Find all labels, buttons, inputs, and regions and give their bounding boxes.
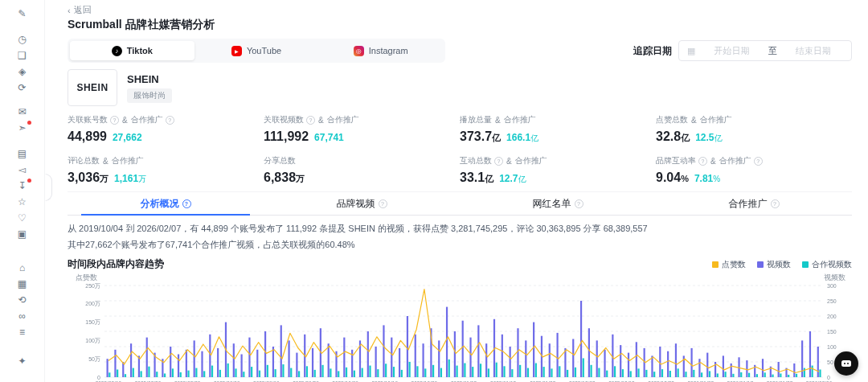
metric-label: 播放总量 bbox=[460, 114, 492, 125]
section-tab-label: 品牌视频 bbox=[337, 197, 375, 211]
chart-legend: 点赞数视频数合作视频数 bbox=[712, 259, 852, 270]
metric-card: 分享总数6,838万 bbox=[264, 155, 460, 185]
date-range-input[interactable]: ▦ 开始日期 至 结束日期 bbox=[678, 40, 852, 61]
svg-text:150: 150 bbox=[827, 328, 837, 334]
section-tab-label: 合作推广 bbox=[729, 197, 768, 211]
metric-value: 6,838 bbox=[264, 170, 296, 184]
brand-logo: SHEIN bbox=[68, 69, 117, 106]
legend-item[interactable]: 点赞数 bbox=[712, 259, 746, 270]
metric-label: 品牌互动率 bbox=[656, 155, 696, 166]
metric-card: 关联视频数?&合作推广111,99267,741 bbox=[264, 114, 460, 144]
sidebar-group: ✦ bbox=[12, 354, 33, 368]
legend-item[interactable]: 合作视频数 bbox=[802, 259, 852, 270]
metric-sublabel: 合作推广 bbox=[515, 155, 547, 166]
metric-card: 关联账号数?&合作推广?44,89927,662 bbox=[68, 114, 264, 144]
section-tab-influencer-list[interactable]: 网红名单? bbox=[460, 192, 656, 215]
image-icon[interactable]: ▦ bbox=[12, 277, 33, 291]
platform-tab-tiktok[interactable]: ♪Tiktok bbox=[70, 41, 194, 60]
date-filter-label: 追踪日期 bbox=[633, 44, 672, 58]
info-icon[interactable]: ? bbox=[575, 199, 583, 208]
metric-card: 点赞总数&合作推广32.8亿12.5亿 bbox=[656, 114, 852, 144]
svg-text:50: 50 bbox=[827, 359, 833, 364]
youtube-icon: ▶ bbox=[231, 46, 242, 56]
metric-coop-unit: % bbox=[713, 175, 720, 183]
download-icon[interactable]: ↧ bbox=[12, 179, 33, 193]
section-tab-label: 网红名单 bbox=[533, 197, 571, 211]
platform-tabs: ♪Tiktok▶YouTube◎Instagram bbox=[68, 39, 445, 63]
info-icon[interactable]: ? bbox=[182, 199, 191, 208]
main-content: ‹ 返回 Scrumball 品牌社媒营销分析 ♪Tiktok▶YouTube◎… bbox=[45, 0, 868, 382]
section-tab-brand-videos[interactable]: 品牌视频? bbox=[264, 192, 460, 215]
like-icon[interactable]: ♡ bbox=[12, 211, 33, 225]
section-tab-overview[interactable]: 分析概况? bbox=[68, 192, 264, 215]
analysis-summary: 从 2019/10/04 到 2026/02/07，有 44,899 个账号发布… bbox=[68, 216, 852, 255]
platform-tab-youtube[interactable]: ▶YouTube bbox=[194, 41, 319, 60]
page-title: Scrumball 品牌社媒营销分析 bbox=[68, 18, 852, 32]
info-icon[interactable]: ? bbox=[110, 116, 119, 125]
metric-card: 播放总量&合作推广373.7亿166.1亿 bbox=[460, 114, 656, 144]
legend-item[interactable]: 视频数 bbox=[757, 259, 791, 270]
metric-sublabel: 合作推广 bbox=[700, 114, 732, 125]
metric-coop-value: 7.81 bbox=[694, 173, 713, 184]
list-icon[interactable]: ≡ bbox=[12, 325, 33, 339]
platform-tab-instagram[interactable]: ◎Instagram bbox=[318, 41, 443, 60]
inbox-icon[interactable]: ▤ bbox=[12, 146, 33, 161]
metric-value: 33.1 bbox=[460, 170, 485, 184]
svg-text:0: 0 bbox=[827, 374, 830, 380]
sidebar: ✎◷❑◈⟳✉➣▤◅↧☆♡▣⌂▦⟲∞≡✦ bbox=[0, 0, 45, 382]
target-icon[interactable]: ◈ bbox=[12, 64, 33, 79]
start-date-placeholder[interactable]: 开始日期 bbox=[702, 45, 761, 57]
legend-label: 合作视频数 bbox=[812, 259, 852, 270]
svg-text:250万: 250万 bbox=[85, 282, 100, 288]
sidebar-group: ✎ bbox=[12, 6, 33, 21]
megaphone-icon[interactable]: ◅ bbox=[12, 162, 33, 177]
send-icon[interactable]: ➣ bbox=[12, 121, 33, 135]
metric-card: 品牌互动率?&合作推广?9.04%7.81% bbox=[656, 155, 852, 185]
metric-card: 互动总数?&合作推广33.1亿12.7亿 bbox=[460, 155, 656, 185]
link-icon[interactable]: ∞ bbox=[12, 309, 33, 323]
building-icon[interactable]: ⌂ bbox=[12, 261, 33, 275]
legend-swatch bbox=[712, 261, 719, 268]
info-icon[interactable]: ? bbox=[698, 157, 707, 166]
cart-icon[interactable]: ▣ bbox=[12, 227, 33, 241]
notification-dot bbox=[27, 121, 31, 125]
platform-tab-label: Instagram bbox=[369, 46, 408, 55]
section-tab-label: 分析概况 bbox=[141, 197, 179, 211]
metric-value: 32.8 bbox=[656, 129, 681, 143]
metric-unit: 亿 bbox=[485, 174, 493, 183]
metric-sublabel: 合作推广 bbox=[112, 155, 144, 166]
info-icon[interactable]: ? bbox=[166, 116, 174, 125]
star-icon[interactable]: ☆ bbox=[12, 195, 33, 209]
y-axis-left-label: 点赞数 bbox=[76, 273, 97, 281]
info-icon[interactable]: ? bbox=[379, 199, 387, 208]
metric-sublabel: 合作推广 bbox=[504, 114, 536, 125]
metric-sublabel: 合作推广 bbox=[131, 114, 163, 125]
platform-tab-label: Tiktok bbox=[127, 46, 153, 55]
brand-name: SHEIN bbox=[127, 73, 172, 85]
info-icon[interactable]: ? bbox=[771, 199, 780, 208]
legend-label: 视频数 bbox=[767, 259, 791, 270]
section-tabs: 分析概况?品牌视频?网红名单?合作推广? bbox=[68, 191, 852, 216]
section-tab-cooperation[interactable]: 合作推广? bbox=[656, 192, 852, 215]
svg-text:100: 100 bbox=[827, 343, 837, 349]
end-date-placeholder[interactable]: 结束日期 bbox=[784, 45, 843, 57]
chart-title: 时间段内品牌内容趋势 bbox=[68, 257, 164, 271]
back-link[interactable]: ‹ 返回 bbox=[68, 5, 852, 15]
refresh-icon[interactable]: ⟳ bbox=[12, 80, 33, 95]
info-icon[interactable]: ? bbox=[306, 116, 315, 125]
assistant-chat-button[interactable] bbox=[834, 351, 858, 376]
basket-icon[interactable]: ✦ bbox=[12, 354, 33, 368]
pen-icon[interactable]: ✎ bbox=[12, 6, 33, 21]
metric-label: 关联账号数 bbox=[68, 114, 108, 125]
metric-sublabel: 合作推广 bbox=[719, 155, 751, 166]
clock-icon[interactable]: ◷ bbox=[12, 32, 33, 47]
notification-dot bbox=[27, 179, 31, 183]
info-icon[interactable]: ? bbox=[494, 157, 503, 166]
chat-icon[interactable]: ❑ bbox=[12, 48, 33, 63]
info-icon[interactable]: ? bbox=[754, 157, 763, 166]
metric-label-separator: & bbox=[506, 157, 512, 166]
mail-icon[interactable]: ✉ bbox=[12, 105, 33, 119]
metric-label: 互动总数 bbox=[460, 155, 492, 166]
brand-header: SHEIN SHEIN 服饰时尚 bbox=[68, 69, 852, 106]
history-icon[interactable]: ⟲ bbox=[12, 293, 33, 307]
